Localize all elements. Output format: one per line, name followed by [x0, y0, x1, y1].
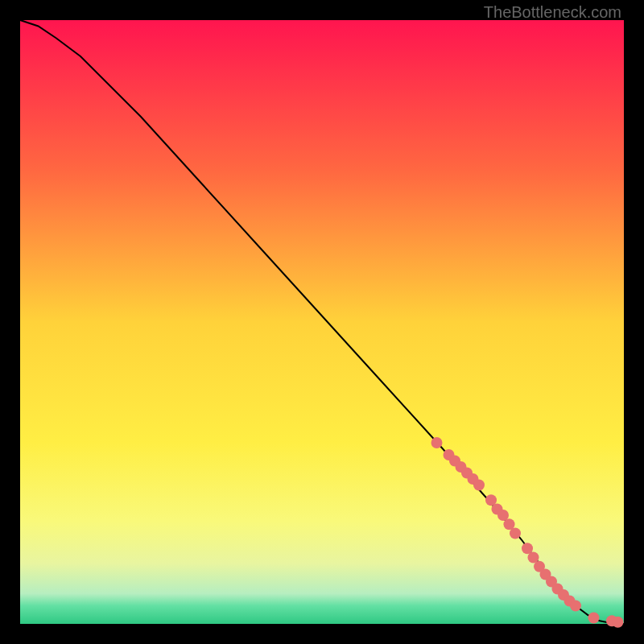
watermark-text: TheBottleneck.com — [484, 3, 621, 22]
highlight-dot — [588, 613, 600, 624]
highlight-dot — [510, 528, 521, 539]
bottleneck-curve — [20, 20, 624, 624]
plot-area — [20, 20, 624, 624]
highlight-dot — [431, 437, 443, 448]
highlight-dot — [570, 601, 581, 612]
curve-layer — [20, 20, 624, 624]
highlight-dot — [613, 617, 624, 628]
highlight-dot — [473, 480, 485, 491]
chart-stage: TheBottleneck.com — [0, 0, 644, 644]
highlight-dots — [431, 437, 624, 628]
